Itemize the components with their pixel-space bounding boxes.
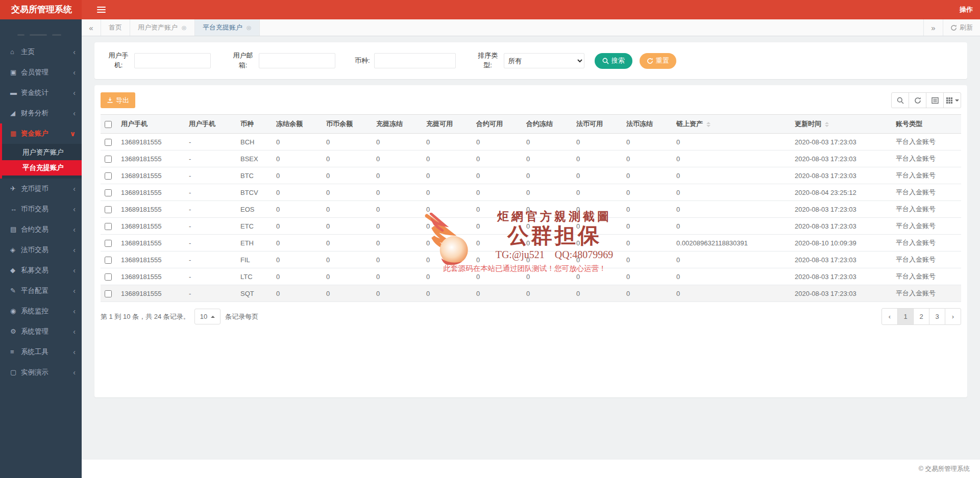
page-button-1[interactable]: 1: [897, 308, 914, 325]
tab-refresh-button[interactable]: 刷新: [943, 19, 980, 36]
cell-update-time: 2020-08-03 17:23:03: [791, 251, 892, 268]
funds-account-icon: ▦: [10, 123, 21, 144]
sidebar-item-label: 币币交易: [21, 205, 48, 213]
coin-input[interactable]: [374, 53, 456, 68]
table-columns-button[interactable]: [943, 92, 961, 108]
column-header-frozen-balance: 冻结余额: [272, 115, 322, 134]
sidebar-subitem-platform-recharge-account[interactable]: 平台充提账户: [0, 160, 82, 175]
column-header-update-time[interactable]: 更新时间: [791, 115, 892, 134]
cell-contract-frozen: 0: [522, 150, 572, 167]
sidebar-item-funds-account[interactable]: ▦资金账户∨: [2, 123, 82, 144]
table-refresh-button[interactable]: [909, 92, 926, 108]
row-checkbox[interactable]: [105, 257, 112, 264]
page-button-3[interactable]: 3: [929, 308, 945, 325]
cell-fiat-frozen: 0: [622, 251, 672, 268]
sidebar-item-private-sale[interactable]: ◆私募交易‹: [2, 260, 82, 281]
tab-close-icon[interactable]: ⊗: [181, 24, 187, 32]
cell-contract-frozen: 0: [522, 134, 572, 150]
select-all-checkbox[interactable]: [105, 121, 112, 128]
row-checkbox[interactable]: [105, 189, 112, 196]
tab-close-icon[interactable]: ⊗: [246, 24, 252, 32]
cell-coin-balance: 0: [322, 184, 372, 201]
cell-frozen-balance: 0: [272, 285, 322, 302]
tabs-scroll-right-icon[interactable]: »: [923, 19, 943, 36]
export-button[interactable]: 导出: [101, 92, 135, 108]
cell-fiat-available: 0: [572, 184, 622, 201]
app-title: 交易所管理系统: [0, 0, 82, 19]
next-page-button[interactable]: ›: [945, 308, 961, 325]
sidebar-item-system-manage[interactable]: ⚙系统管理‹: [2, 321, 82, 342]
table-panel: 导出: [94, 85, 967, 397]
cell-fiat-available: 0: [572, 251, 622, 268]
table-search-toggle-button[interactable]: [891, 92, 909, 108]
topbar-action-menu[interactable]: 操作: [960, 0, 973, 19]
cell-update-time: 2020-08-03 17:23:03: [791, 167, 892, 184]
column-header-chain-asset[interactable]: 链上资产: [672, 115, 791, 134]
sidebar-item-funds-stats[interactable]: ▬资金统计‹: [2, 83, 82, 103]
hamburger-menu-icon[interactable]: [91, 0, 112, 19]
page-button-2[interactable]: 2: [913, 308, 929, 325]
sidebar-item-system-tools[interactable]: ≡系统工具‹: [2, 342, 82, 362]
tab-user-asset-account[interactable]: 用户资产账户⊗: [130, 19, 195, 36]
copyright-text: © 交易所管理系统: [919, 465, 970, 473]
table-header-row: 用户手机用户手机币种冻结余额币币余额充提冻结充提可用合约可用合约冻结法币可用法币…: [101, 115, 961, 134]
tabs-scroll-left-icon[interactable]: «: [82, 19, 101, 36]
cell-fiat-frozen: 0: [622, 235, 672, 251]
cell-fiat-available: 0: [572, 235, 622, 251]
cell-fiat-frozen: 0: [622, 167, 672, 184]
tab-platform-recharge-account[interactable]: 平台充提账户⊗: [195, 19, 260, 36]
sidebar-item-label: 系统管理: [21, 328, 48, 335]
chevron-left-icon: ‹: [73, 199, 76, 219]
sidebar-item-fiat-trade[interactable]: ◈法币交易‹: [2, 240, 82, 260]
sidebar-item-contract-trade[interactable]: ▤合约交易‹: [2, 219, 82, 240]
cell-contract-available: 0: [472, 218, 522, 235]
row-checkbox[interactable]: [105, 240, 112, 247]
email-input[interactable]: [259, 53, 335, 68]
row-checkbox[interactable]: [105, 156, 112, 163]
reset-button[interactable]: 重置: [640, 53, 676, 69]
sidebar-subitem-user-asset-account[interactable]: 用户资产账户: [2, 145, 82, 160]
sidebar-item-platform-config[interactable]: ✎平台配置‹: [2, 281, 82, 301]
sidebar-item-label: 资金账户: [21, 130, 48, 137]
cell-contract-available: 0: [472, 150, 522, 167]
members-icon: ▣: [10, 62, 21, 83]
row-checkbox[interactable]: [105, 273, 112, 281]
sidebar-item-label: 系统监控: [21, 307, 48, 315]
chevron-left-icon: ‹: [73, 179, 76, 199]
sidebar-item-label: 实例演示: [21, 368, 48, 376]
prev-page-button[interactable]: ‹: [881, 308, 898, 325]
table-footer: 第 1 到 10 条，共 24 条记录。 10 条记录每页 ‹123›: [101, 308, 961, 325]
sidebar-item-home[interactable]: ⌂主页‹: [2, 42, 82, 62]
cell-user-phone-2: -: [185, 285, 236, 302]
sidebar-item-spot-trade[interactable]: ↔币币交易‹: [2, 199, 82, 219]
search-button-label: 搜索: [611, 56, 625, 65]
table-detail-view-button[interactable]: [926, 92, 944, 108]
row-checkbox[interactable]: [105, 172, 112, 180]
page-size-select[interactable]: 10: [194, 309, 220, 324]
sidebar-item-demo[interactable]: ▢实例演示‹: [2, 362, 82, 383]
row-checkbox[interactable]: [105, 139, 112, 146]
cell-frozen-balance: 0: [272, 251, 322, 268]
row-checkbox[interactable]: [105, 223, 112, 230]
cell-fiat-available: 0: [572, 201, 622, 218]
row-checkbox[interactable]: [105, 290, 112, 297]
cell-coin: EOS: [236, 201, 272, 218]
sort-type-select[interactable]: 所有: [504, 53, 584, 68]
row-checkbox[interactable]: [105, 206, 112, 213]
cell-contract-available: 0: [472, 167, 522, 184]
cell-user-phone-2: -: [185, 201, 236, 218]
sidebar-item-finance-analysis[interactable]: ◢财务分析‹: [2, 103, 82, 123]
accounts-table: 用户手机用户手机币种冻结余额币币余额充提冻结充提可用合约可用合约冻结法币可用法币…: [101, 114, 961, 302]
sidebar-item-label: 财务分析: [21, 109, 48, 117]
topbar: 交易所管理系统 操作: [0, 0, 980, 19]
cell-coin: ETH: [236, 235, 272, 251]
search-button[interactable]: 搜索: [595, 53, 632, 69]
sidebar-item-members[interactable]: ▣会员管理‹: [2, 62, 82, 83]
cell-coin-balance: 0: [322, 134, 372, 150]
phone-input[interactable]: [134, 53, 211, 68]
sidebar-item-deposit-withdraw[interactable]: ✈充币提币‹: [2, 179, 82, 199]
tab-home[interactable]: 首页: [101, 19, 130, 36]
chevron-left-icon: ‹: [73, 321, 76, 342]
sidebar-item-system-monitor[interactable]: ◉系统监控‹: [2, 301, 82, 321]
column-header-recharge-frozen: 充提冻结: [372, 115, 422, 134]
